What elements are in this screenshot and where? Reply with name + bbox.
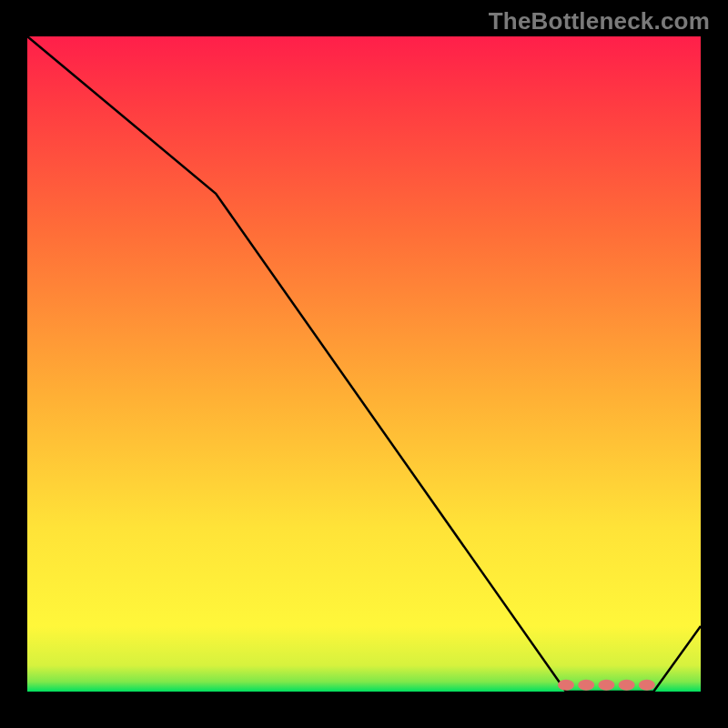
bottleneck-chart (0, 0, 728, 728)
optimal-marker (558, 680, 574, 691)
optimal-marker (598, 680, 614, 691)
watermark-text: TheBottleneck.com (489, 7, 710, 35)
optimal-marker (639, 680, 655, 691)
plot-background (27, 36, 701, 692)
optimal-marker (578, 680, 594, 691)
optimal-marker (619, 680, 635, 691)
chart-container: TheBottleneck.com (0, 0, 728, 728)
